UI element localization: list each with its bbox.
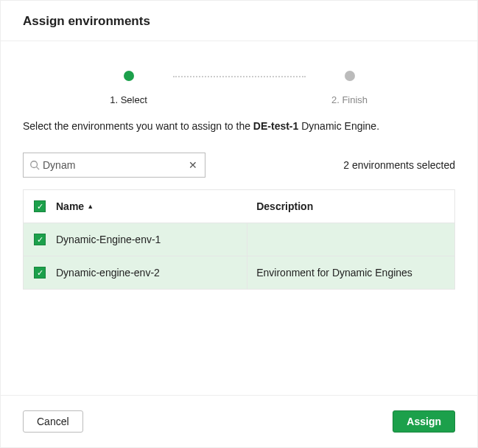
instruction-engine-name: DE-test-1 <box>253 120 298 132</box>
assign-environments-modal: Assign environments 1. Select 2. Finish … <box>0 0 478 448</box>
search-input-wrapper[interactable]: ✕ <box>23 153 205 178</box>
row-checkbox-cell: ✓ <box>24 256 56 289</box>
modal-header: Assign environments <box>1 1 477 41</box>
instruction-text: Select the environments you want to assi… <box>23 120 455 132</box>
step-circle-active <box>124 71 134 81</box>
step-finish: 2. Finish <box>306 71 394 105</box>
svg-line-1 <box>37 167 40 170</box>
search-row: ✕ 2 environments selected <box>23 153 455 178</box>
clear-search-icon[interactable]: ✕ <box>187 159 199 171</box>
column-description-label: Description <box>256 200 313 212</box>
sort-asc-icon: ▲ <box>87 203 94 210</box>
row-checkbox[interactable]: ✓ <box>34 267 46 279</box>
column-description[interactable]: Description <box>247 190 454 223</box>
column-name[interactable]: Name ▲ <box>56 190 247 223</box>
stepper: 1. Select 2. Finish <box>23 41 455 120</box>
column-name-label: Name <box>56 200 84 212</box>
table-row[interactable]: ✓ Dynamic-engine-env-2 Environment for D… <box>24 256 454 289</box>
environments-table: ✓ Name ▲ Description ✓ Dynamic-Engine-en… <box>23 189 455 290</box>
row-description: Environment for Dynamic Engines <box>247 256 454 289</box>
table-row[interactable]: ✓ Dynamic-Engine-env-1 <box>24 223 454 256</box>
page-title: Assign environments <box>23 14 455 29</box>
step-label-finish: 2. Finish <box>331 94 368 105</box>
row-checkbox[interactable]: ✓ <box>34 234 46 245</box>
header-checkbox-cell: ✓ <box>24 190 56 223</box>
instruction-prefix: Select the environments you want to assi… <box>23 120 253 132</box>
table-header-row: ✓ Name ▲ Description <box>24 190 454 223</box>
step-select: 1. Select <box>85 71 173 105</box>
row-description <box>247 223 454 256</box>
step-connector <box>173 76 306 77</box>
svg-point-0 <box>31 161 38 168</box>
modal-body: 1. Select 2. Finish Select the environme… <box>1 41 477 395</box>
step-circle-inactive <box>345 71 355 81</box>
cancel-button[interactable]: Cancel <box>23 410 83 433</box>
instruction-suffix: Dynamic Engine. <box>298 120 379 132</box>
row-checkbox-cell: ✓ <box>24 223 56 256</box>
selected-count: 2 environments selected <box>343 159 455 171</box>
select-all-checkbox[interactable]: ✓ <box>34 200 46 212</box>
row-name: Dynamic-engine-env-2 <box>56 256 247 289</box>
assign-button[interactable]: Assign <box>393 410 455 433</box>
row-name: Dynamic-Engine-env-1 <box>56 223 247 256</box>
modal-footer: Cancel Assign <box>1 395 477 447</box>
step-label-select: 1. Select <box>110 94 147 105</box>
search-icon <box>29 160 40 170</box>
search-input[interactable] <box>40 159 187 171</box>
